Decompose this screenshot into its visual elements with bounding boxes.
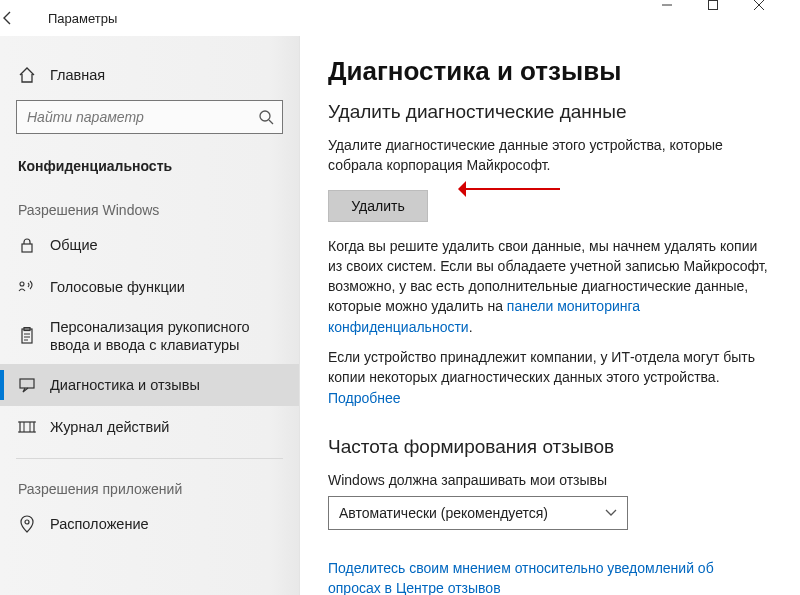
delete-button[interactable]: Удалить bbox=[328, 190, 428, 222]
svg-rect-0 bbox=[709, 1, 718, 10]
svg-rect-2 bbox=[22, 244, 32, 252]
svg-rect-6 bbox=[20, 379, 34, 388]
svg-rect-7 bbox=[20, 422, 34, 432]
feedback-icon bbox=[18, 376, 36, 394]
after-delete-post: . bbox=[469, 319, 473, 335]
sidebar-item-label: Голосовые функции bbox=[50, 278, 283, 296]
svg-rect-4 bbox=[22, 329, 32, 343]
sidebar-item-label: Общие bbox=[50, 236, 283, 254]
sidebar-item-general[interactable]: Общие bbox=[0, 224, 299, 266]
svg-point-1 bbox=[260, 111, 270, 121]
clipboard-icon bbox=[18, 327, 36, 345]
search-icon[interactable] bbox=[249, 100, 283, 134]
section-subheading: Удалить диагностические данные bbox=[328, 101, 772, 123]
sidebar-item-label: Персонализация рукописного ввода и ввода… bbox=[50, 318, 283, 354]
back-button[interactable] bbox=[0, 10, 44, 26]
sidebar-home[interactable]: Главная bbox=[0, 54, 299, 96]
chevron-down-icon bbox=[605, 509, 617, 517]
company-note: Если устройство принадлежит компании, у … bbox=[328, 347, 768, 408]
feedback-frequency-value: Автоматически (рекомендуется) bbox=[339, 505, 548, 521]
sidebar-item-inking[interactable]: Персонализация рукописного ввода и ввода… bbox=[0, 308, 299, 364]
lock-icon bbox=[18, 236, 36, 254]
search-input[interactable] bbox=[16, 100, 283, 134]
annotation-arrow bbox=[450, 185, 560, 193]
home-icon bbox=[18, 66, 36, 84]
activity-icon bbox=[18, 418, 36, 436]
search-container bbox=[16, 100, 283, 134]
feedback-label: Windows должна запрашивать мои отзывы bbox=[328, 472, 772, 488]
location-icon bbox=[18, 515, 36, 533]
sidebar-group-windows: Разрешения Windows bbox=[0, 180, 299, 224]
page-title: Диагностика и отзывы bbox=[328, 56, 772, 87]
sidebar-item-label: Расположение bbox=[50, 515, 283, 533]
intro-text: Удалите диагностические данные этого уст… bbox=[328, 135, 768, 176]
feedback-frequency-heading: Частота формирования отзывов bbox=[328, 436, 772, 458]
after-delete-text: Когда вы решите удалить свои данные, мы … bbox=[328, 236, 768, 337]
svg-point-3 bbox=[20, 282, 24, 286]
sidebar-group-apps: Разрешения приложений bbox=[0, 459, 299, 503]
learn-more-link[interactable]: Подробнее bbox=[328, 390, 401, 406]
share-opinion-link[interactable]: Поделитесь своим мнением относительно ув… bbox=[328, 560, 714, 595]
sidebar-item-activity[interactable]: Журнал действий bbox=[0, 406, 299, 448]
title-bar: Параметры bbox=[0, 0, 800, 36]
sidebar: Главная Конфиденциальность Разрешения Wi… bbox=[0, 36, 300, 595]
sidebar-item-location[interactable]: Расположение bbox=[0, 503, 299, 545]
svg-point-8 bbox=[25, 520, 29, 524]
close-button[interactable] bbox=[754, 0, 800, 36]
share-opinion: Поделитесь своим мнением относительно ув… bbox=[328, 558, 768, 595]
sidebar-item-speech[interactable]: Голосовые функции bbox=[0, 266, 299, 308]
maximize-button[interactable] bbox=[708, 0, 754, 36]
sidebar-current-section: Конфиденциальность bbox=[0, 148, 299, 180]
sidebar-item-label: Журнал действий bbox=[50, 418, 283, 436]
main-content: Диагностика и отзывы Удалить диагностиче… bbox=[300, 36, 800, 595]
sidebar-home-label: Главная bbox=[50, 66, 283, 84]
minimize-button[interactable] bbox=[662, 0, 708, 36]
window-title: Параметры bbox=[44, 11, 662, 26]
feedback-frequency-select[interactable]: Автоматически (рекомендуется) bbox=[328, 496, 628, 530]
sidebar-item-label: Диагностика и отзывы bbox=[50, 376, 283, 394]
speech-icon bbox=[18, 278, 36, 296]
sidebar-item-diagnostics[interactable]: Диагностика и отзывы bbox=[0, 364, 299, 406]
